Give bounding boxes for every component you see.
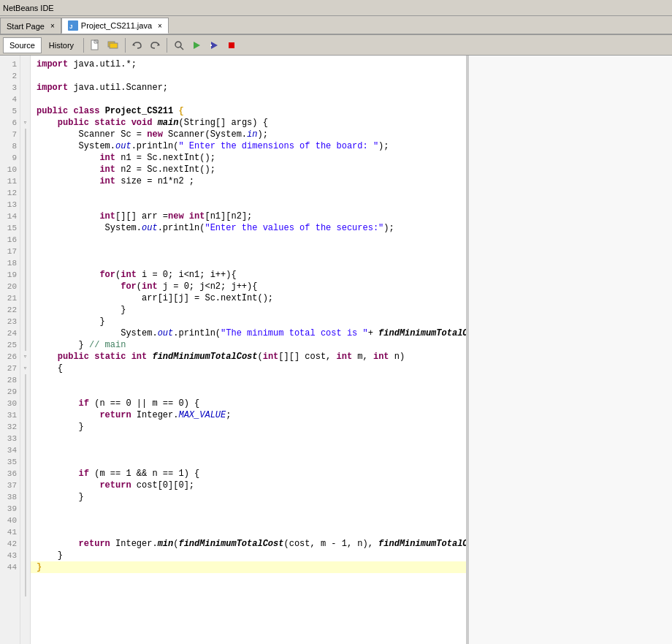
new-file-btn[interactable] xyxy=(88,37,104,53)
tab-project-close[interactable]: × xyxy=(158,22,162,30)
toolbar-separator-3 xyxy=(167,38,167,53)
tab-project-label: Project_CS211.java xyxy=(81,21,152,30)
right-panel xyxy=(467,56,672,644)
tab-project-java[interactable]: J Project_CS211.java × xyxy=(61,18,169,34)
line-numbers: 1 2 3 4 5 6 7 8 9 10 11 12 13 14 15 16 1… xyxy=(0,56,20,644)
svg-text:J: J xyxy=(69,23,72,30)
svg-marker-12 xyxy=(194,42,200,49)
title-bar-text: NetBeans IDE xyxy=(3,4,54,12)
history-button[interactable]: History xyxy=(43,37,80,53)
redo-btn[interactable] xyxy=(147,37,163,53)
toolbar: Source History xyxy=(0,35,672,56)
tab-start-label: Start Page xyxy=(7,22,45,31)
search-btn[interactable] xyxy=(171,37,187,53)
svg-rect-15 xyxy=(229,42,234,48)
java-file-icon: J xyxy=(68,20,78,31)
tab-start-close[interactable]: × xyxy=(50,22,55,30)
stop-btn[interactable] xyxy=(224,37,240,53)
svg-point-10 xyxy=(175,42,181,48)
title-bar: NetBeans IDE xyxy=(0,0,672,16)
svg-rect-7 xyxy=(110,43,118,48)
toolbar-icons xyxy=(88,37,240,53)
debug-btn[interactable] xyxy=(206,37,222,53)
fold-btn-26[interactable]: ▿ xyxy=(20,351,30,363)
svg-line-11 xyxy=(180,47,183,50)
tab-start-page[interactable]: Start Page × xyxy=(0,18,61,34)
tab-bar: Start Page × J Project_CS211.java × xyxy=(0,16,672,35)
code-editor[interactable]: import java.util.*; import java.util.Sca… xyxy=(31,56,466,644)
fold-btn-27[interactable]: ▿ xyxy=(20,363,30,374)
editor-container: 1 2 3 4 5 6 7 8 9 10 11 12 13 14 15 16 1… xyxy=(0,56,672,644)
svg-marker-13 xyxy=(211,42,218,49)
source-button[interactable]: Source xyxy=(3,37,42,53)
open-file-btn[interactable] xyxy=(105,37,121,53)
svg-rect-14 xyxy=(210,45,212,46)
run-btn[interactable] xyxy=(188,37,205,53)
fold-btn-6[interactable]: ▿ xyxy=(20,117,30,129)
toolbar-separator-2 xyxy=(125,38,126,53)
fold-gutter: ▿ ▿ ▿ xyxy=(20,56,31,644)
undo-btn[interactable] xyxy=(129,37,145,53)
toolbar-separator-1 xyxy=(83,38,84,53)
